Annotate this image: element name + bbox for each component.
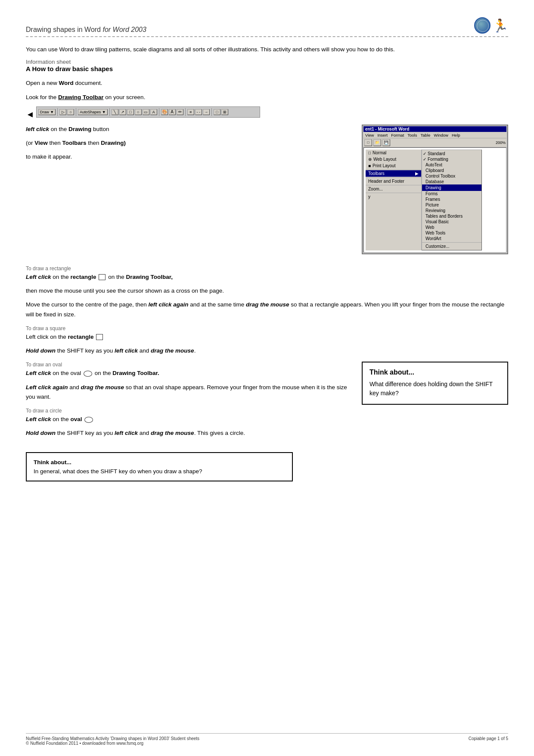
line-color-icon[interactable]: ✏ xyxy=(177,109,183,115)
rect-shape-icon xyxy=(99,274,106,280)
word-tb-new[interactable]: □ xyxy=(364,139,372,146)
rect-para3: Move the cursor to the centre of the pag… xyxy=(26,300,508,319)
tb-forms[interactable]: Forms xyxy=(422,191,481,197)
tb-webtools[interactable]: Web Tools xyxy=(422,230,481,236)
toolbars-label: Toolbars xyxy=(368,171,385,176)
shadow-icon[interactable]: □ xyxy=(214,109,220,115)
arrow-icon[interactable]: ▷ xyxy=(59,109,66,115)
line-icon[interactable]: ╲ xyxy=(112,109,118,115)
footer-line1: Nuffield Free-Standing Mathematics Activ… xyxy=(26,736,199,741)
oval-label: To draw an oval xyxy=(26,362,353,368)
tb-visualbasic[interactable]: Visual Basic xyxy=(422,219,481,225)
rect-para2: then move the mouse until you see the cu… xyxy=(26,286,508,296)
toolbars-arrow: ▶ xyxy=(415,171,419,176)
view-normal-label: Normal xyxy=(373,150,386,155)
tb-frames[interactable]: Frames xyxy=(422,197,481,202)
arrow-style-icon[interactable]: → xyxy=(203,109,210,115)
tb-web[interactable]: Web xyxy=(422,225,481,230)
sep2 xyxy=(76,108,76,116)
figure-icon: 🏃 xyxy=(492,18,508,33)
fill-color-icon[interactable]: 🎨 xyxy=(161,109,168,115)
view-zoom[interactable]: Zoom... xyxy=(366,186,421,192)
textbox-icon[interactable]: ▭ xyxy=(143,109,149,115)
view-toolbars[interactable]: Toolbars ▶ xyxy=(366,170,421,177)
word-toolbar-row: □ 📁 💾 200% xyxy=(363,138,506,147)
menu-insert[interactable]: Insert xyxy=(377,133,388,137)
if-not-mid: on the xyxy=(49,126,68,132)
circle-icon[interactable]: ○ xyxy=(67,109,74,115)
rectangle-section: To draw a rectangle Left click on the re… xyxy=(26,266,508,319)
zoom-label: 200% xyxy=(496,141,506,145)
tb-customize[interactable]: Customize... xyxy=(422,244,481,249)
header-title-italic: for Word 2003 xyxy=(102,26,146,33)
rect-icon[interactable]: □ xyxy=(127,109,134,115)
menu-tools[interactable]: Tools xyxy=(407,133,417,137)
tb-database[interactable]: Database xyxy=(422,179,481,184)
menu-help[interactable]: Help xyxy=(452,133,460,137)
menu-sep1 xyxy=(366,169,421,170)
if-not-there-para: left click on the Drawing button xyxy=(26,125,353,134)
tb-autotext[interactable]: AutoText xyxy=(422,162,481,168)
word-window: ent1 - Microsoft Word View Insert Format… xyxy=(362,125,508,254)
tb-picture[interactable]: Picture xyxy=(422,202,481,208)
look-for-pre: Look for the xyxy=(26,94,58,100)
square-label: To draw a square xyxy=(26,325,508,331)
word-tb-open[interactable]: 📁 xyxy=(373,139,381,146)
wordart-icon[interactable]: A xyxy=(150,109,157,115)
square-shape-icon xyxy=(96,334,103,340)
circle-section: To draw a circle Left click on the oval … xyxy=(26,408,353,438)
view-print-icon: ■ xyxy=(368,163,371,168)
3d-icon[interactable]: ⊞ xyxy=(221,109,228,115)
view-header-footer[interactable]: Header and Footer xyxy=(366,178,421,184)
menu-view[interactable]: View xyxy=(365,133,374,137)
look-for-rest: on your screen. xyxy=(104,94,146,100)
footer-left: Nuffield Free-Standing Mathematics Activ… xyxy=(26,736,199,746)
tb-tables[interactable]: Tables and Borders xyxy=(422,213,481,219)
y-label: y xyxy=(368,194,370,199)
header-logo: 🏃 xyxy=(474,17,508,34)
menu-window[interactable]: Window xyxy=(434,133,448,137)
rect-label: To draw a rectangle xyxy=(26,266,508,272)
think-box-bottom: Think about... In general, what does the… xyxy=(26,452,293,481)
rect-bold: rectangle xyxy=(71,274,96,280)
tb-reviewing[interactable]: Reviewing xyxy=(422,208,481,213)
toolbars-submenu: ✓ Standard ✓ Formatting AutoText Clipboa… xyxy=(422,150,482,250)
menu-table[interactable]: Table xyxy=(420,133,430,137)
tb-standard[interactable]: ✓ Standard xyxy=(422,151,481,156)
section-label: Information sheet xyxy=(26,59,508,65)
to-make-para: to make it appear. xyxy=(26,152,353,162)
view-print-layout[interactable]: ■ Print Layout xyxy=(366,162,421,169)
view-web-layout[interactable]: ⊕ Web Layout xyxy=(366,156,421,162)
sep6 xyxy=(211,108,212,116)
tb-formatting[interactable]: ✓ Formatting xyxy=(422,156,481,162)
think-bottom-text: In general, what does the SHIFT key do w… xyxy=(34,468,285,475)
think-box-title: Think about... xyxy=(369,369,500,376)
header-title-normal: Drawing shapes in Word xyxy=(26,26,102,33)
dash-icon[interactable]: - - xyxy=(195,109,202,115)
oval-para1: Left click on the oval on the Drawing To… xyxy=(26,369,353,378)
circle-para1: Left click on the oval xyxy=(26,415,353,424)
oval-icon[interactable]: ○ xyxy=(135,109,142,115)
view-web-icon: ⊕ xyxy=(368,157,372,162)
draw-button[interactable]: Draw ▼ xyxy=(38,109,56,115)
section-heading: A How to draw basic shapes xyxy=(26,65,508,72)
menu-sep2 xyxy=(366,177,421,178)
open-doc-pre: Open a new xyxy=(26,80,59,86)
tb-drawing[interactable]: Drawing xyxy=(422,184,481,191)
line-style-icon[interactable]: ≡ xyxy=(187,109,194,115)
autoshapes-button[interactable]: AutoShapes ▼ xyxy=(78,109,107,115)
font-color-icon[interactable]: A xyxy=(169,109,176,115)
tb-clipboard[interactable]: Clipboard xyxy=(422,168,481,173)
think-box-text: What difference does holding down the SH… xyxy=(369,380,500,398)
drawing-toolbar-strip[interactable]: Draw ▼ ▷ ○ AutoShapes ▼ ╲ ↗ □ ○ ▭ A 🎨 A … xyxy=(36,106,260,118)
oval-col: To draw an oval Left click on the oval o… xyxy=(26,362,353,444)
tb-wordart[interactable]: WordArt xyxy=(422,236,481,241)
tb-controltoolbox[interactable]: Control Toolbox xyxy=(422,173,481,179)
oval-section: To draw an oval Left click on the oval o… xyxy=(26,362,353,402)
arrow2-icon[interactable]: ↗ xyxy=(119,109,126,115)
word-tb-save[interactable]: 💾 xyxy=(382,139,390,146)
view-normal[interactable]: □ Normal xyxy=(366,150,421,156)
view-y[interactable]: y xyxy=(366,194,421,200)
page-footer: Nuffield Free-Standing Mathematics Activ… xyxy=(26,733,508,746)
menu-format[interactable]: Format xyxy=(391,133,404,137)
